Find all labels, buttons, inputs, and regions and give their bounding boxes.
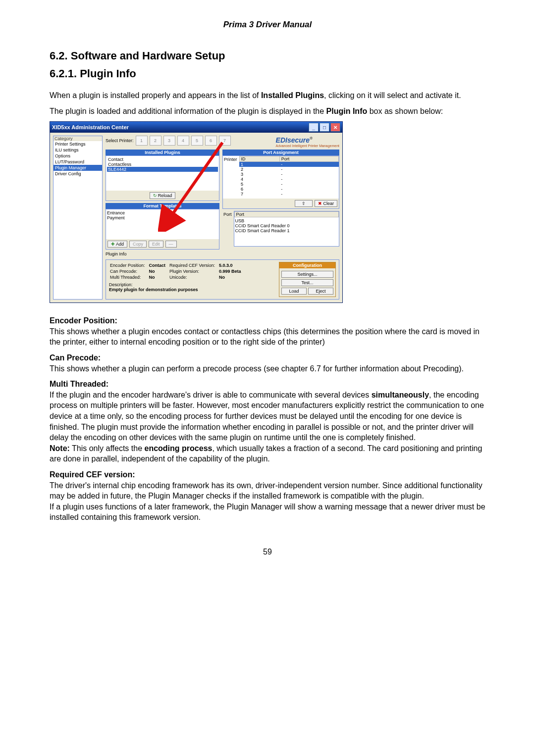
page-header: Prima 3 Driver Manual	[50, 20, 485, 30]
port-item[interactable]: USB	[235, 218, 338, 223]
clear-button[interactable]: ✖Clear	[315, 200, 337, 207]
eject-button[interactable]: Eject	[308, 288, 333, 295]
category-item[interactable]: Printer Settings	[54, 141, 102, 147]
printer-col-label: Printer	[223, 156, 239, 199]
category-item[interactable]: LUT/Password	[54, 159, 102, 165]
def-encoder-position: Encoder Position: This shows whether a p…	[50, 315, 485, 348]
text-bold: simultaneously	[372, 391, 429, 399]
pi-encoder-position-label: Encoder Position:	[110, 263, 148, 268]
printer-button[interactable]: 2	[150, 136, 161, 146]
port-assignment-table[interactable]: IDPort 1- 2- 3- 4- 5- 6- 7-	[239, 156, 339, 197]
template-item[interactable]: Entrance	[107, 210, 218, 215]
pa-row[interactable]: 4	[239, 177, 279, 182]
pi-multithreaded-value: No	[149, 275, 169, 280]
plugin-item[interactable]: Contactless	[107, 162, 218, 167]
window-title: XID5xx Administration Center	[52, 124, 308, 130]
heading: Multi Threaded:	[50, 380, 108, 388]
port-label: Port	[222, 211, 234, 247]
select-printer-label: Select Printer:	[106, 138, 134, 143]
plugin-item-selected[interactable]: SLE4442	[107, 167, 218, 172]
text: This shows whether a plugin encodes cont…	[50, 327, 480, 347]
category-item[interactable]: ILU settings	[54, 147, 102, 153]
def-required-cef: Required CEF version: The driver's inter…	[50, 469, 485, 523]
category-item[interactable]: Driver Config	[54, 171, 102, 177]
def-multi-threaded: Multi Threaded: If the plugin and the en…	[50, 379, 485, 464]
heading: Can Precode:	[50, 353, 101, 362]
label: Copy	[133, 242, 143, 247]
printer-button[interactable]: 5	[191, 136, 203, 146]
pi-encoder-position-value: Contact	[149, 263, 169, 268]
brand-logo: EDIsecure®	[276, 136, 339, 144]
printer-button[interactable]: 4	[177, 136, 189, 146]
col-port: Port	[279, 156, 338, 162]
pa-row[interactable]: 6	[239, 187, 279, 192]
text: When a plugin is installed properly and …	[50, 91, 261, 100]
move-up-button[interactable]: ⇧	[295, 200, 313, 207]
printer-button[interactable]: 7	[219, 136, 231, 146]
pi-description-label: Description:	[109, 282, 279, 287]
section-heading: 6.2. Software and Hardware Setup	[50, 50, 485, 62]
printer-button[interactable]: 1	[136, 136, 148, 146]
pa-row[interactable]: 2	[239, 167, 279, 172]
pa-row[interactable]: 7	[239, 192, 279, 197]
pi-pluginversion-value: 0.999 Beta	[219, 269, 244, 274]
subsection-heading: 6.2.1. Plugin Info	[50, 67, 485, 80]
def-can-precode: Can Precode: This shows whether a plugin…	[50, 353, 485, 374]
pi-unicode-label: Unicode:	[169, 275, 218, 280]
brand-part2: secure	[287, 136, 310, 144]
label: —	[169, 242, 173, 247]
printer-button[interactable]: 6	[205, 136, 217, 146]
copy-template-button[interactable]: Copy	[129, 241, 147, 248]
maximize-button[interactable]: □	[320, 123, 329, 132]
reload-label: Reload	[158, 193, 172, 198]
category-label: Category	[54, 136, 102, 141]
brand-part1: EDI	[276, 136, 287, 144]
pi-pluginversion-label: Plugin Version:	[169, 269, 218, 274]
label: Clear	[323, 201, 334, 206]
settings-button[interactable]: Settings...	[281, 271, 333, 278]
installed-plugins-list[interactable]: Contact Contactless SLE4442	[106, 156, 219, 191]
configuration-panel: Configuration Settings... Test... Load E…	[279, 262, 336, 297]
text-bold: Installed Plugins	[261, 91, 324, 100]
text: The plugin is loaded and additional info…	[50, 107, 326, 115]
category-item[interactable]: Options	[54, 153, 102, 159]
reload-button[interactable]: ↻Reload	[150, 192, 176, 199]
category-item-selected[interactable]: Plugin Manager	[54, 165, 102, 171]
template-item[interactable]: Payment	[107, 215, 218, 220]
minimize-button[interactable]: _	[309, 123, 319, 132]
pi-reqcef-value: 5.0.3.0	[219, 263, 244, 268]
pi-canprecode-label: Can Precode:	[110, 269, 148, 274]
heading: Required CEF version:	[50, 470, 135, 479]
plugin-item[interactable]: Contact	[107, 157, 218, 162]
add-template-button[interactable]: ✚Add	[107, 241, 127, 248]
edit-template-button[interactable]: Edit	[149, 241, 163, 248]
text-bold: Plugin Info	[326, 107, 368, 115]
pa-row[interactable]: 1	[239, 162, 279, 167]
configuration-header: Configuration	[279, 262, 335, 268]
plugin-info-box: Encoder Position:Contact Required CEF Ve…	[106, 259, 339, 300]
brand-subtitle: Advanced Intelligent Printer Management	[276, 144, 339, 148]
window-titlebar: XID5xx Administration Center _ □ ✕	[50, 122, 342, 133]
format-templates-header: Format Templates	[106, 203, 219, 209]
port-item[interactable]: CCID Smart Card Reader 1	[235, 228, 338, 233]
category-list: Category Printer Settings ILU settings O…	[53, 136, 103, 300]
plugin-info-label: Plugin Info	[106, 252, 339, 256]
port-col-head: Port	[234, 212, 338, 217]
heading: Encoder Position:	[50, 316, 117, 325]
format-templates-list[interactable]: Entrance Payment	[106, 209, 219, 239]
page-number: 59	[50, 548, 485, 556]
available-ports-list[interactable]: USB CCID Smart Card Reader 0 CCID Smart …	[234, 217, 339, 246]
delete-template-button[interactable]: —	[165, 241, 177, 248]
port-item[interactable]: CCID Smart Card Reader 0	[235, 223, 338, 228]
test-button[interactable]: Test...	[281, 279, 333, 286]
pi-unicode-value: No	[219, 275, 244, 280]
load-button[interactable]: Load	[281, 288, 307, 295]
pa-row[interactable]: 5	[239, 182, 279, 187]
pi-canprecode-value: No	[149, 269, 169, 274]
label: Edit	[152, 242, 160, 247]
printer-button[interactable]: 3	[163, 136, 175, 146]
text: This shows whether a plugin can perform …	[50, 364, 464, 373]
pa-row[interactable]: 3	[239, 172, 279, 177]
close-button[interactable]: ✕	[330, 123, 340, 132]
intro-paragraph-2: The plugin is loaded and additional info…	[50, 106, 485, 117]
